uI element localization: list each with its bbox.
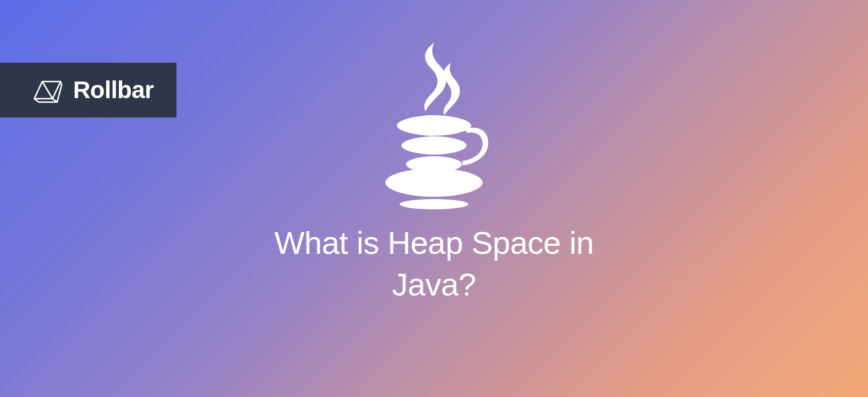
brand-name: Rollbar (73, 76, 154, 104)
page-title: What is Heap Space in Java? (234, 222, 634, 306)
java-icon (368, 40, 500, 211)
brand-badge: Rollbar (0, 63, 176, 118)
rollbar-logo-icon (32, 77, 64, 103)
main-content: What is Heap Space in Java? (234, 40, 634, 306)
